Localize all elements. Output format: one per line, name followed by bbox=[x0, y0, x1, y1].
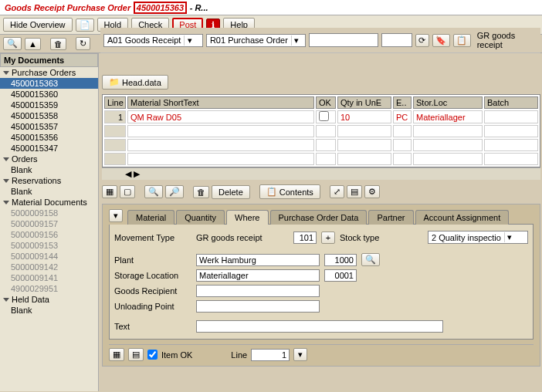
settings-icon[interactable]: ⚙ bbox=[364, 185, 380, 198]
unloading-point-input[interactable] bbox=[196, 300, 320, 313]
execute-icon[interactable]: ⟳ bbox=[415, 34, 429, 47]
layout-icon[interactable]: ▤ bbox=[347, 185, 362, 198]
history-icon[interactable]: 📋 bbox=[453, 34, 471, 47]
sidebar-item[interactable]: 4500015360 bbox=[0, 89, 98, 100]
sidebar-item[interactable]: 5000009157 bbox=[0, 218, 98, 229]
plant-search-icon[interactable]: 🔍 bbox=[361, 253, 380, 266]
storage-location-label: Storage Location bbox=[114, 271, 191, 280]
sidebar-item[interactable]: 4500015356 bbox=[0, 132, 98, 143]
search-next-icon[interactable]: 🔎 bbox=[165, 185, 184, 198]
col-e[interactable]: E.. bbox=[393, 96, 412, 109]
sidebar-item[interactable]: 4500015359 bbox=[0, 100, 98, 110]
goods-recipient-label: Goods Recipient bbox=[114, 286, 191, 296]
text-label: Text bbox=[114, 322, 191, 331]
tab-partner[interactable]: Partner bbox=[368, 210, 413, 225]
search-icon[interactable]: 🔍 bbox=[144, 185, 163, 198]
plant-value[interactable]: Werk Hamburg bbox=[196, 254, 320, 266]
goods-receipt-combo[interactable]: A01 Goods Receipt ▾ bbox=[103, 34, 203, 47]
movement-type-label: Movement Type bbox=[114, 233, 191, 242]
purchase-order-combo[interactable]: R01 Purchase Order ▾ bbox=[206, 34, 306, 47]
goods-recipient-input[interactable] bbox=[196, 285, 320, 297]
window-title: Goods Receipt Purchase Order 4500015363 … bbox=[0, 0, 542, 15]
sidebar-item[interactable]: 4500015358 bbox=[0, 110, 98, 121]
expand-icon bbox=[3, 298, 9, 302]
sidebar-item[interactable]: 5000009153 bbox=[0, 240, 98, 251]
trash-icon[interactable]: 🗑 bbox=[193, 186, 209, 198]
tab-where[interactable]: Where bbox=[226, 210, 268, 225]
unloading-point-label: Unloading Point bbox=[114, 302, 191, 311]
detail-footer: ▦ ▤ Item OK Line 1 ▾ bbox=[109, 344, 534, 361]
gr-goods-receipt-label: GR goods receipt bbox=[477, 31, 537, 49]
sidebar-item[interactable]: Blank bbox=[0, 305, 98, 316]
expand-icon bbox=[3, 157, 9, 161]
tab-purchase-order-data[interactable]: Purchase Order Data bbox=[270, 210, 368, 225]
line-dropdown-icon[interactable]: ▾ bbox=[293, 348, 307, 361]
tab-quantity[interactable]: Quantity bbox=[176, 210, 225, 225]
doc-item-input[interactable] bbox=[381, 33, 412, 47]
sidebar-item[interactable]: Blank bbox=[0, 164, 98, 175]
col-batch[interactable]: Batch bbox=[484, 96, 538, 109]
find-icon[interactable]: 🔖 bbox=[432, 34, 450, 47]
table-row[interactable]: 1QM Raw D0510PCMateriallager bbox=[104, 110, 538, 123]
collapse-detail-icon[interactable]: ▾ bbox=[109, 209, 123, 222]
col-material-shorttext[interactable]: Material ShortText bbox=[127, 96, 314, 109]
detail-panel: ▾ MaterialQuantityWherePurchase Order Da… bbox=[102, 204, 540, 367]
overview-refresh-icon[interactable]: ↻ bbox=[76, 37, 90, 50]
expand-icon bbox=[3, 179, 9, 183]
col-ok[interactable]: OK bbox=[316, 96, 336, 109]
delete-button[interactable]: Delete bbox=[212, 185, 250, 199]
overview-search-icon[interactable]: 🔍 bbox=[3, 37, 22, 50]
plus-icon[interactable]: + bbox=[321, 231, 335, 244]
contents-button[interactable]: 📋 Contents bbox=[259, 184, 320, 199]
reservations-node[interactable]: Reservations bbox=[0, 175, 98, 186]
plant-code[interactable]: 1000 bbox=[324, 254, 357, 266]
expand-icon bbox=[3, 201, 9, 204]
title-prefix: Goods Receipt Purchase Order bbox=[5, 3, 130, 12]
line-number-value[interactable]: 1 bbox=[251, 349, 290, 361]
footer-icon-1[interactable]: ▦ bbox=[109, 348, 124, 361]
sidebar-item[interactable]: 4500015363 bbox=[0, 78, 98, 89]
hide-overview-button[interactable]: Hide Overview bbox=[3, 18, 73, 32]
overview-delete-icon[interactable]: 🗑 bbox=[50, 38, 66, 50]
sidebar-item[interactable]: 5000009141 bbox=[0, 272, 98, 283]
item-ok-checkbox[interactable] bbox=[147, 350, 158, 360]
sidebar: My Documents Purchase Orders 45000153634… bbox=[0, 53, 99, 391]
sidebar-item[interactable]: 4500015357 bbox=[0, 121, 98, 132]
orders-node[interactable]: Orders bbox=[0, 154, 98, 164]
new-doc-icon[interactable]: 📄 bbox=[76, 19, 94, 32]
grid-scrollbar[interactable]: ◀ ▶ bbox=[102, 167, 540, 180]
tab-account-assignment[interactable]: Account Assignment bbox=[415, 210, 510, 225]
storage-location-value[interactable]: Materiallager bbox=[196, 269, 320, 282]
storage-location-code[interactable]: 0001 bbox=[324, 269, 357, 282]
select-all-icon[interactable]: ▦ bbox=[102, 185, 117, 198]
doc-number-input[interactable] bbox=[309, 33, 378, 47]
chevron-down-icon: ▾ bbox=[291, 35, 302, 46]
held-data-node[interactable]: Held Data bbox=[0, 294, 98, 305]
col-storloc[interactable]: Stor.Loc bbox=[413, 96, 483, 109]
col-line[interactable]: Line bbox=[104, 96, 126, 109]
col-qty[interactable]: Qty in UnE bbox=[337, 96, 391, 109]
where-tab-content: Movement Type GR goods receipt 101 + Sto… bbox=[109, 225, 534, 340]
text-input[interactable] bbox=[196, 320, 443, 333]
stock-type-combo[interactable]: 2 Quality inspectio▾ bbox=[428, 231, 528, 244]
sidebar-item[interactable]: 5000009144 bbox=[0, 251, 98, 262]
material-documents-node[interactable]: Material Documents bbox=[0, 197, 98, 208]
sidebar-item[interactable]: 4900029951 bbox=[0, 283, 98, 294]
deselect-all-icon[interactable]: ▢ bbox=[120, 185, 135, 198]
chevron-down-icon: ▾ bbox=[184, 35, 195, 46]
sidebar-item[interactable]: 5000009158 bbox=[0, 208, 98, 218]
purchase-orders-node[interactable]: Purchase Orders bbox=[0, 67, 98, 78]
sidebar-item[interactable]: 5000009156 bbox=[0, 229, 98, 240]
sidebar-item[interactable]: Blank bbox=[0, 186, 98, 197]
ok-checkbox[interactable] bbox=[319, 111, 329, 121]
expand-icon[interactable]: ⤢ bbox=[330, 185, 344, 198]
goods-receipt-value: A01 Goods Receipt bbox=[107, 35, 181, 45]
footer-icon-2[interactable]: ▤ bbox=[128, 348, 144, 361]
sidebar-item[interactable]: 5000009142 bbox=[0, 262, 98, 272]
overview-up-icon[interactable]: ▲ bbox=[25, 38, 41, 50]
head-data-button[interactable]: 📁 Head.data bbox=[102, 75, 168, 90]
movement-type-code[interactable]: 101 bbox=[293, 231, 317, 244]
tab-material[interactable]: Material bbox=[127, 210, 174, 225]
items-grid[interactable]: Line Material ShortText OK Qty in UnE E.… bbox=[102, 94, 540, 167]
sidebar-item[interactable]: 4500015347 bbox=[0, 143, 98, 154]
